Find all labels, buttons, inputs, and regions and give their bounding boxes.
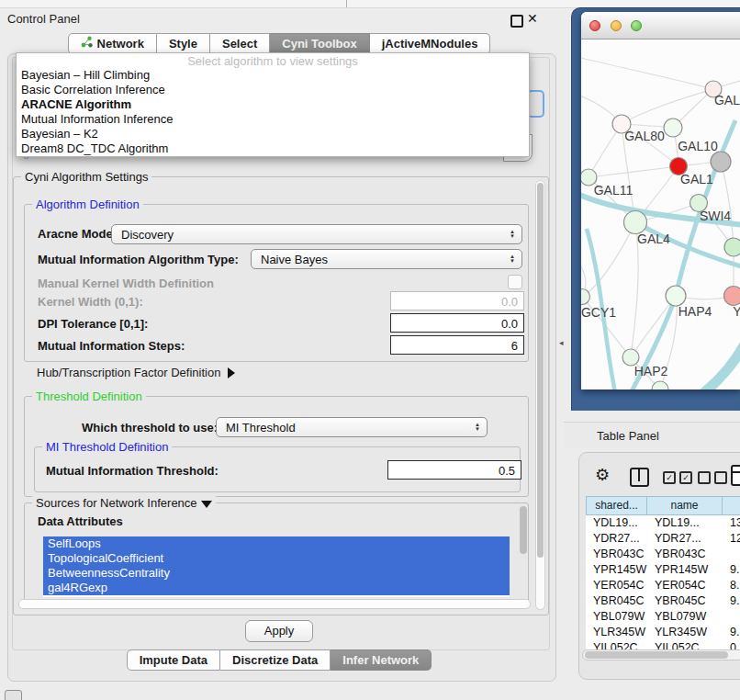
expander-arrow-icon bbox=[228, 367, 235, 378]
table-cell[interactable]: YDR27... bbox=[586, 531, 647, 547]
data-attribute-item[interactable]: gal4RGexp bbox=[43, 581, 510, 595]
sources-group-title[interactable]: Sources for Network Inference bbox=[32, 496, 216, 510]
table-cell[interactable]: YIL052C bbox=[647, 640, 723, 649]
apply-button[interactable]: Apply bbox=[245, 620, 313, 642]
mac-zoom-button[interactable] bbox=[631, 20, 642, 31]
table-cell[interactable]: YBR045C bbox=[647, 593, 723, 609]
table-row[interactable]: YDL19...YDL19...13 bbox=[586, 515, 740, 531]
data-attributes-list[interactable]: SelfLoopsTopologicalCoefficientBetweenne… bbox=[43, 536, 510, 597]
mac-close-button[interactable] bbox=[589, 20, 600, 31]
table-row[interactable]: YBR043CYBR043C bbox=[586, 547, 740, 562]
node-salmon[interactable] bbox=[724, 287, 740, 306]
tab-cyni-toolbox[interactable]: Cyni Toolbox bbox=[270, 33, 369, 54]
table-cell[interactable]: YIL052C bbox=[586, 640, 647, 649]
table-cell[interactable]: YBL079W bbox=[647, 609, 723, 625]
split-view-icon[interactable] bbox=[630, 468, 649, 487]
table-cell[interactable]: 13 bbox=[723, 515, 740, 531]
mi-threshold-field[interactable]: 0.5 bbox=[387, 460, 521, 480]
mac-minimize-button[interactable] bbox=[611, 20, 622, 31]
algorithm-option[interactable]: ARACNE Algorithm bbox=[17, 97, 529, 112]
table-cell[interactable]: YER054C bbox=[586, 578, 647, 593]
node-green-right[interactable] bbox=[724, 238, 740, 256]
tab-style[interactable]: Style bbox=[157, 33, 210, 54]
algorithm-option[interactable]: Basic Correlation Inference bbox=[17, 83, 529, 97]
table-cell[interactable]: YBL079W bbox=[586, 609, 647, 625]
table-cell[interactable]: YPR145W bbox=[586, 562, 647, 578]
table-cell[interactable]: YDR27... bbox=[647, 531, 723, 547]
algorithm-option[interactable]: Dream8 DC_TDC Algorithm bbox=[17, 141, 529, 156]
table-row[interactable]: YER054CYER054C8. bbox=[586, 578, 740, 593]
tab-label: Cyni Toolbox bbox=[282, 34, 356, 53]
data-attribute-item[interactable]: TopologicalCoefficient bbox=[43, 551, 510, 566]
algorithm-option[interactable]: Bayesian – K2 bbox=[17, 127, 529, 141]
table-cell[interactable]: YDL19... bbox=[586, 515, 647, 531]
icon-detail bbox=[638, 469, 640, 481]
column-header[interactable]: name bbox=[647, 496, 723, 515]
tab-infer-network[interactable]: Infer Network bbox=[331, 649, 432, 671]
aracne-mode-combobox[interactable]: Discovery ▲▼ bbox=[111, 224, 522, 244]
table-horizontal-scrollbar[interactable] bbox=[582, 649, 740, 660]
table-cell[interactable]: 12 bbox=[723, 531, 740, 547]
node-gal10[interactable] bbox=[664, 119, 682, 137]
table-cell[interactable]: 9. bbox=[723, 562, 740, 578]
table-cell[interactable]: YBR043C bbox=[647, 547, 723, 562]
table-cell[interactable]: YBR045C bbox=[586, 593, 647, 609]
table-cell[interactable]: 9. bbox=[723, 625, 740, 640]
node-hap4[interactable] bbox=[666, 286, 686, 306]
table-cell[interactable] bbox=[723, 609, 740, 625]
gear-icon[interactable]: ⚙ bbox=[595, 465, 610, 485]
node-gal4[interactable] bbox=[624, 211, 647, 234]
settings-vertical-scrollbar[interactable] bbox=[535, 180, 545, 610]
tab-network[interactable]: Network bbox=[68, 33, 157, 54]
column-header[interactable]: shared... bbox=[586, 496, 647, 515]
table-row[interactable]: YBR045CYBR045C9. bbox=[586, 593, 740, 609]
panel-divider-handle[interactable]: ◂ bbox=[559, 338, 564, 347]
float-panel-icon[interactable] bbox=[510, 15, 523, 28]
which-threshold-combobox[interactable]: MI Threshold ▲▼ bbox=[216, 417, 488, 437]
table-cell[interactable]: 8. bbox=[723, 578, 740, 593]
table-cell[interactable]: YLR345W bbox=[647, 625, 723, 640]
scrollbar-thumb[interactable] bbox=[537, 183, 544, 558]
table-icon[interactable] bbox=[731, 465, 740, 486]
table-cell[interactable]: YDL19... bbox=[647, 515, 723, 531]
tab-impute-data[interactable]: Impute Data bbox=[127, 649, 220, 671]
close-panel-icon[interactable]: ✕ bbox=[527, 11, 538, 26]
select-all-icon[interactable]: ✓ ✓ bbox=[663, 471, 692, 484]
network-window-titlebar[interactable] bbox=[581, 12, 740, 40]
data-attribute-item[interactable]: BetweennessCentrality bbox=[43, 566, 510, 581]
tab-jactivemnodules[interactable]: jActiveMNodules bbox=[370, 33, 491, 54]
algorithm-option[interactable]: Bayesian – Hill Climbing bbox=[17, 68, 529, 83]
table-cell[interactable]: 0. bbox=[723, 640, 740, 649]
table-cell[interactable]: YER054C bbox=[647, 578, 723, 593]
node-gcy1[interactable] bbox=[581, 289, 590, 305]
table-row[interactable]: YIL052CYIL052C0. bbox=[586, 640, 740, 649]
tab-discretize-data[interactable]: Discretize Data bbox=[220, 649, 331, 671]
column-header[interactable] bbox=[723, 496, 740, 515]
algorithm-option[interactable]: Mutual Information Inference bbox=[17, 112, 529, 127]
sources-horizontal-scrollbar[interactable] bbox=[18, 599, 531, 609]
deselect-all-icon[interactable] bbox=[698, 471, 727, 484]
mi-steps-field[interactable]: 6 bbox=[390, 335, 524, 355]
network-canvas[interactable]: GALGAL80GAL10GAL1GAL11SWI4GAL4GCY1HAP4YH… bbox=[581, 40, 740, 390]
table-cell[interactable]: YPR145W bbox=[647, 562, 723, 578]
attributes-scrollbar-thumb[interactable] bbox=[520, 506, 527, 554]
table-row[interactable]: YBL079WYBL079W bbox=[586, 609, 740, 625]
aracne-mode-label: Aracne Mode: bbox=[38, 227, 117, 241]
mi-type-combobox[interactable]: Naive Bayes ▲▼ bbox=[251, 249, 522, 269]
table-row[interactable]: YDR27...YDR27...12 bbox=[586, 531, 740, 547]
dpi-tolerance-field[interactable]: 0.0 bbox=[390, 313, 524, 333]
table-cell[interactable]: YLR345W bbox=[586, 625, 647, 640]
hub-definition-expander[interactable]: Hub/Transcription Factor Definition bbox=[37, 366, 235, 379]
node-label: Y bbox=[733, 304, 740, 319]
table-row[interactable]: YLR345WYLR345W9. bbox=[586, 625, 740, 640]
node-gray[interactable] bbox=[711, 152, 731, 172]
dock-panel-icon[interactable] bbox=[5, 690, 22, 700]
tab-select[interactable]: Select bbox=[210, 33, 270, 54]
table-cell[interactable]: 9. bbox=[723, 593, 740, 609]
which-threshold-label: Which threshold to use: bbox=[82, 421, 218, 435]
table-cell[interactable]: YBR043C bbox=[586, 547, 647, 562]
data-attribute-item[interactable]: SelfLoops bbox=[43, 536, 510, 551]
scrollbar-thumb[interactable] bbox=[585, 651, 728, 659]
table-cell[interactable] bbox=[723, 547, 740, 562]
table-row[interactable]: YPR145WYPR145W9. bbox=[586, 562, 740, 578]
